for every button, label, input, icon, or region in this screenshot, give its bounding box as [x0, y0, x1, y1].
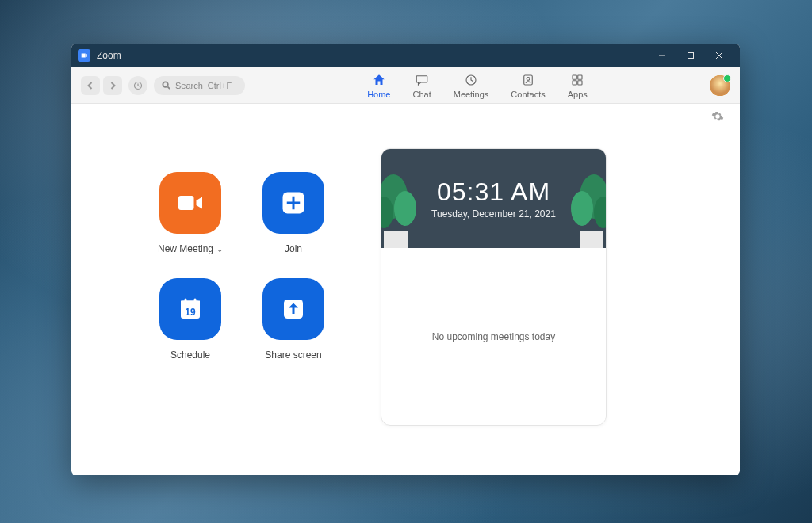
- tab-apps[interactable]: Apps: [568, 72, 588, 99]
- new-meeting-button[interactable]: New Meeting ⌄: [143, 172, 238, 254]
- empty-state-text: No upcoming meetings today: [432, 331, 555, 342]
- svg-point-25: [394, 191, 416, 226]
- svg-text:19: 19: [185, 307, 196, 318]
- action-label: Join: [285, 243, 302, 254]
- tab-label: Meetings: [454, 90, 489, 99]
- tab-label: Home: [367, 90, 390, 99]
- toolbar: Search Ctrl+F Home Chat Meetings: [71, 67, 740, 104]
- chevron-down-icon[interactable]: ⌄: [216, 245, 223, 254]
- contacts-icon: [520, 72, 536, 88]
- card-header: 05:31 AM Tuesday, December 21, 2021: [381, 149, 606, 248]
- svg-rect-17: [287, 202, 301, 204]
- plant-left-icon: [381, 169, 425, 248]
- app-icon: [78, 49, 90, 62]
- forward-button[interactable]: [103, 76, 122, 95]
- tab-label: Chat: [412, 90, 431, 99]
- gear-icon: [711, 110, 724, 123]
- close-button[interactable]: [705, 44, 733, 67]
- profile-avatar[interactable]: [710, 75, 730, 96]
- svg-point-9: [527, 77, 530, 80]
- card-body: No upcoming meetings today: [381, 248, 606, 425]
- tab-home[interactable]: Home: [367, 72, 390, 99]
- search-shortcut: Ctrl+F: [208, 81, 232, 90]
- svg-rect-1: [688, 53, 694, 59]
- action-label: Schedule: [170, 349, 210, 361]
- clock-time: 05:31 AM: [437, 178, 550, 207]
- share-arrow-icon: [262, 278, 324, 340]
- window-title: Zoom: [97, 50, 648, 61]
- tab-chat[interactable]: Chat: [412, 72, 431, 99]
- svg-rect-27: [384, 231, 408, 248]
- main-content: New Meeting ⌄ Join 19 Schedule: [71, 132, 740, 475]
- chat-icon: [414, 72, 430, 88]
- clock-icon: [463, 72, 479, 88]
- action-label: Share screen: [265, 349, 321, 361]
- svg-rect-21: [194, 299, 197, 303]
- search-input[interactable]: Search Ctrl+F: [154, 76, 245, 95]
- svg-rect-13: [578, 80, 582, 84]
- svg-rect-14: [178, 196, 194, 210]
- upcoming-card: 05:31 AM Tuesday, December 21, 2021 No u…: [381, 148, 607, 426]
- join-button[interactable]: Join: [246, 172, 341, 254]
- svg-rect-31: [580, 231, 603, 248]
- plus-icon: [262, 172, 324, 234]
- svg-rect-19: [181, 301, 200, 306]
- tab-contacts[interactable]: Contacts: [511, 72, 545, 99]
- schedule-button[interactable]: 19 Schedule: [143, 278, 238, 361]
- svg-rect-11: [578, 75, 582, 79]
- titlebar: Zoom: [71, 44, 740, 67]
- share-screen-button[interactable]: Share screen: [246, 278, 341, 361]
- back-button[interactable]: [81, 76, 100, 95]
- maximize-button[interactable]: [676, 44, 705, 67]
- action-grid: New Meeting ⌄ Join 19 Schedule: [143, 172, 341, 444]
- apps-icon: [569, 72, 585, 88]
- home-icon: [371, 72, 387, 88]
- nav-tabs: Home Chat Meetings Contacts: [245, 72, 710, 99]
- calendar-icon: 19: [159, 278, 221, 340]
- search-placeholder: Search: [175, 81, 203, 90]
- minimize-button[interactable]: [648, 44, 676, 67]
- svg-rect-20: [185, 299, 187, 303]
- svg-rect-12: [573, 80, 576, 84]
- plant-right-icon: [562, 169, 606, 248]
- tab-label: Contacts: [511, 90, 545, 99]
- svg-point-29: [571, 191, 593, 226]
- svg-line-6: [167, 86, 170, 89]
- svg-rect-10: [573, 75, 576, 79]
- tab-meetings[interactable]: Meetings: [454, 72, 489, 99]
- search-icon: [162, 81, 170, 90]
- app-window: Zoom Search Ct: [71, 44, 740, 475]
- svg-point-5: [163, 82, 167, 86]
- settings-button[interactable]: [711, 110, 727, 126]
- clock-date: Tuesday, December 21, 2021: [431, 208, 556, 220]
- video-icon: [159, 172, 221, 234]
- history-button[interactable]: [128, 76, 147, 95]
- action-label: New Meeting: [158, 243, 213, 254]
- tab-label: Apps: [568, 90, 588, 99]
